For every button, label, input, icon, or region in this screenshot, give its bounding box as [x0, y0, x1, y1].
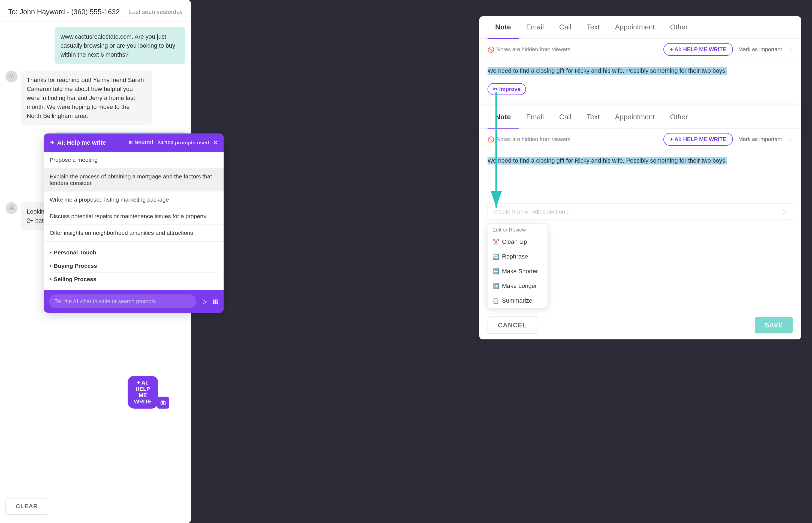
edit-review-dropdown: Edit or Review ✂️ Clean Up 🔄 Rephrase ⬅️…	[487, 224, 548, 308]
list-item[interactable]: Explain the process of obtaining a mortg…	[44, 168, 224, 192]
mark-important-label[interactable]: Mark as important	[738, 46, 782, 53]
note-tabs-1: Note Email Call Text Appointment Other	[479, 16, 801, 39]
tab-email-2[interactable]: Email	[519, 106, 552, 129]
ai-panel-header: ✦ AI: Help me write ≋ Neutral 24/100 pro…	[44, 133, 224, 152]
list-item[interactable]: Offer insights on neighborhood amenities…	[44, 225, 224, 241]
ai-sections: Personal Touch Buying Process Selling Pr…	[44, 241, 224, 290]
last-seen-label: Last seen yesterday	[129, 8, 183, 16]
svg-point-3	[162, 402, 164, 404]
create-from-input-field[interactable]	[493, 209, 779, 215]
send-arrow-icon[interactable]: ▷	[782, 207, 787, 216]
ai-help-write-button-1[interactable]: + AI: HELP ME WRITE	[663, 43, 733, 56]
neutral-badge: ≋ Neutral	[128, 140, 153, 146]
improve-button[interactable]: ✂ Improve	[487, 83, 526, 95]
tab-appointment-1[interactable]: Appointment	[607, 16, 662, 39]
scissors-icon: ✂	[493, 86, 498, 92]
ai-grid-button[interactable]: ⊞	[213, 298, 218, 305]
svg-point-0	[10, 74, 13, 76]
tab-call-2[interactable]: Call	[552, 106, 579, 129]
close-button[interactable]: ×	[213, 138, 218, 147]
section-buying-process[interactable]: Buying Process	[50, 259, 218, 273]
tab-appointment-2[interactable]: Appointment	[607, 106, 662, 129]
triangle-icon	[50, 265, 52, 267]
cleanup-icon: ✂️	[493, 239, 499, 245]
chat-footer: CLEAR	[5, 498, 186, 515]
triangle-icon	[50, 278, 52, 281]
table-row: www.cactusrealestate.com. Are you just c…	[5, 27, 186, 64]
tab-note-1[interactable]: Note	[487, 16, 519, 39]
note-toolbar-2: 🚫 Notes are hidden from viewers + AI: HE…	[479, 129, 801, 150]
rephrase-icon: 🔄	[493, 253, 499, 260]
save-button-2[interactable]: SAVE	[755, 317, 793, 333]
clear-button[interactable]: CLEAR	[5, 498, 48, 515]
eye-off-icon-2: 🚫	[487, 136, 494, 143]
section-personal-touch[interactable]: Personal Touch	[50, 246, 218, 259]
note-text-selected-2: We need to find a closing gift for Ricky…	[487, 157, 727, 164]
cancel-button-2[interactable]: CANCEL	[487, 317, 537, 334]
dropdown-item-summarize[interactable]: 📋 Summarize	[487, 293, 548, 308]
list-item[interactable]: Write me a proposed listing marketing pa…	[44, 192, 224, 208]
table-row: Thanks for reaching out! Ya my friend Sa…	[5, 71, 186, 125]
star-icon-2[interactable]: ☆	[788, 136, 793, 143]
ai-panel-title-group: ✦ AI: Help me write	[50, 139, 106, 146]
note-toolbar-1: 🚫 Notes are hidden from viewers + AI: HE…	[479, 39, 801, 60]
tab-note-2[interactable]: Note	[487, 106, 519, 129]
mark-important-label-2[interactable]: Mark as important	[738, 136, 782, 142]
chat-recipient: To: John Hayward - (360) 555-1632	[8, 7, 120, 16]
sparks-icon: ✦	[50, 139, 54, 146]
list-item[interactable]: Propose a meeting	[44, 152, 224, 168]
tab-text-2[interactable]: Text	[579, 106, 607, 129]
dropdown-item-cleanup[interactable]: ✂️ Clean Up	[487, 235, 548, 249]
notes-hidden-label: 🚫 Notes are hidden from viewers	[487, 46, 570, 53]
section-selling-process[interactable]: Selling Process	[50, 273, 218, 286]
avatar	[5, 202, 17, 214]
tab-other-2[interactable]: Other	[662, 106, 695, 129]
note-content-1[interactable]: We need to find a closing gift for Ricky…	[479, 60, 801, 109]
eye-off-icon: 🚫	[487, 46, 494, 53]
tab-text-1[interactable]: Text	[579, 16, 607, 39]
dropdown-item-make-longer[interactable]: ➡️ Make Longer	[487, 279, 548, 293]
avatar	[5, 71, 17, 83]
tab-other-1[interactable]: Other	[662, 16, 695, 39]
tab-email-1[interactable]: Email	[519, 16, 552, 39]
list-item[interactable]: Discuss potential repairs or maintenance…	[44, 208, 224, 225]
dropdown-item-make-shorter[interactable]: ⬅️ Make Shorter	[487, 264, 548, 279]
prompts-list: Propose a meeting Explain the process of…	[44, 152, 224, 241]
star-icon[interactable]: ☆	[788, 46, 793, 53]
note-panel-2: Note Email Call Text Appointment Other 🚫…	[479, 106, 801, 339]
edit-review-label: Edit or Review	[487, 224, 548, 235]
waveform-icon: ≋	[128, 140, 133, 146]
ai-input-row: ▷ ⊞	[44, 290, 224, 313]
note-text-selected: We need to find a closing gift for Ricky…	[487, 67, 727, 75]
triangle-icon	[50, 251, 52, 254]
make-longer-icon: ➡️	[493, 283, 499, 289]
dropdown-item-rephrase[interactable]: 🔄 Rephrase	[487, 249, 548, 264]
svg-rect-2	[161, 401, 166, 405]
message-bubble: Thanks for reaching out! Ya my friend Sa…	[21, 71, 152, 125]
note-toolbar-right: + AI: HELP ME WRITE Mark as important ☆	[663, 43, 793, 56]
ai-panel-header-controls: ≋ Neutral 24/100 prompts used ×	[128, 138, 218, 147]
svg-point-1	[10, 206, 13, 208]
ai-panel: ✦ AI: Help me write ≋ Neutral 24/100 pro…	[44, 133, 224, 313]
summarize-icon: 📋	[493, 297, 499, 304]
ai-search-input[interactable]	[49, 294, 196, 308]
camera-button[interactable]	[157, 397, 169, 409]
note-toolbar-right-2: + AI: HELP ME WRITE Mark as important ☆	[663, 133, 793, 146]
notes-hidden-label-2: 🚫 Notes are hidden from viewers	[487, 136, 570, 143]
ai-help-me-write-button[interactable]: + AI: HELP ME WRITE	[127, 376, 158, 409]
chat-header: To: John Hayward - (360) 555-1632 Last s…	[0, 0, 191, 22]
prompts-count: 24/100 prompts used	[158, 140, 209, 146]
create-from-input[interactable]: ▷	[487, 203, 793, 220]
ai-panel-title: AI: Help me write	[57, 139, 106, 146]
note-content-2[interactable]: We need to find a closing gift for Ricky…	[479, 150, 801, 199]
note-actions-2: CANCEL SAVE	[479, 311, 801, 339]
tab-call-1[interactable]: Call	[552, 16, 579, 39]
make-shorter-icon: ⬅️	[493, 268, 499, 274]
note-tabs-2: Note Email Call Text Appointment Other	[479, 106, 801, 129]
message-bubble: www.cactusrealestate.com. Are you just c…	[54, 27, 186, 64]
ai-send-button[interactable]: ▷	[200, 297, 209, 306]
ai-help-write-button-2[interactable]: + AI: HELP ME WRITE	[663, 133, 733, 146]
